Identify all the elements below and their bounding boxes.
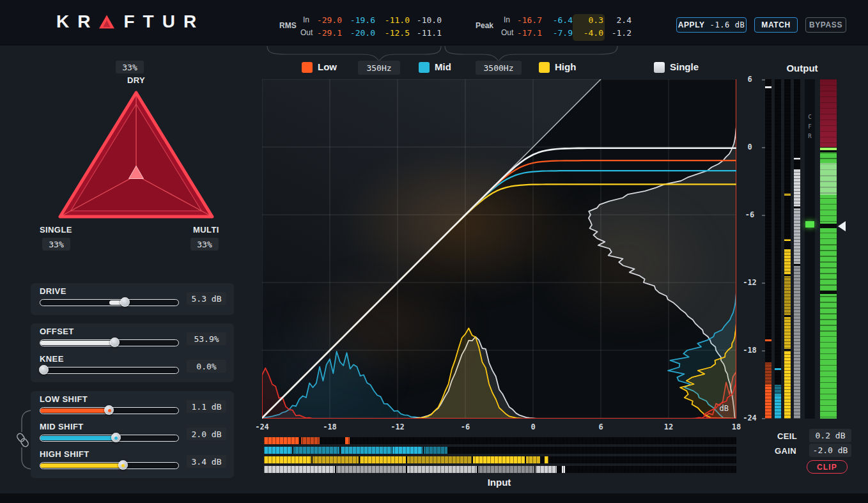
peak-in-single: 2.4	[602, 15, 632, 25]
single-mix-value[interactable]: 33%	[42, 238, 70, 251]
low-shift-value[interactable]: 1.1 dB	[187, 400, 226, 413]
link-shifts-icon[interactable]	[17, 433, 29, 448]
mix-triangle-control[interactable]	[56, 89, 216, 224]
cfr-letter-r: R	[805, 133, 815, 139]
output-meter-high	[784, 79, 791, 419]
low-shift-slider-row: LOW SHIFT 1.1 dB	[31, 393, 234, 421]
y-tick-label: -18	[739, 346, 761, 355]
logo-text-left: KR	[56, 12, 98, 32]
low-mid-crossover-value[interactable]: 350Hz	[358, 61, 400, 75]
rms-in-single: -10.0	[412, 15, 442, 25]
cfr-green-marker	[805, 221, 814, 228]
shift-panel: LOW SHIFT 1.1 dB MID SHIFT 2.0 dB HIGH S…	[31, 391, 234, 478]
offset-value[interactable]: 53.9%	[187, 332, 226, 345]
high-shift-slider-row: HIGH SHIFT 3.4 dB	[31, 448, 234, 476]
rms-out-single: -11.1	[412, 28, 442, 38]
gain-value[interactable]: -2.0 dB	[809, 444, 851, 457]
knee-handle[interactable]	[39, 365, 49, 375]
output-level-gap	[820, 224, 837, 228]
mid-shift-handle[interactable]	[111, 433, 121, 442]
mid-shift-slider-row: MID SHIFT 2.0 dB	[31, 421, 234, 449]
x-axis-tick-labels: -24-18-12-6061218	[262, 422, 737, 433]
peak-in-high: 0.3	[574, 15, 603, 25]
rms-out-high: -12.5	[380, 28, 410, 38]
low-shift-handle[interactable]	[104, 405, 114, 415]
clip-button[interactable]: CLIP	[807, 460, 848, 474]
high-shift-handle[interactable]	[118, 460, 128, 470]
low-band-swatch[interactable]	[302, 62, 313, 73]
peak-in-low: -16.7	[513, 15, 542, 25]
offset-handle[interactable]	[110, 337, 120, 347]
mid-shift-value[interactable]: 2.0 dB	[187, 428, 226, 440]
peak-out-low: -17.1	[513, 28, 542, 38]
high-band-label: High	[555, 61, 576, 72]
x-tick-label: 6	[598, 422, 603, 431]
match-button[interactable]: MATCH	[754, 17, 798, 33]
rms-out-low: -29.1	[313, 28, 342, 38]
offset-knee-panel: OFFSET 53.9% KNEE 0.0%	[31, 323, 234, 382]
multi-mix-label: MULTI	[193, 225, 219, 235]
rms-meter-readout: RMS In Out -29.0 -19.6 -11.0 -10.0 -29.1…	[279, 13, 452, 42]
peak-out-label: Out	[501, 28, 513, 37]
rms-out-mid: -20.0	[346, 28, 375, 38]
x-tick-label: 12	[664, 422, 673, 431]
gain-reduction-zone	[820, 79, 837, 147]
drive-handle[interactable]	[120, 297, 130, 307]
output-meters-label: Output	[769, 63, 835, 74]
peak-out-single: -1.2	[602, 28, 632, 38]
offset-slider[interactable]	[40, 339, 179, 346]
drive-slider-row: DRIVE 5.3 dB	[31, 285, 234, 313]
low-shift-slider[interactable]	[40, 407, 179, 414]
dry-value[interactable]: 33%	[116, 61, 144, 74]
rms-label: RMS	[279, 21, 297, 30]
multi-mix-value[interactable]: 33%	[190, 238, 219, 251]
high-shift-value[interactable]: 3.4 dB	[187, 455, 226, 468]
knee-value[interactable]: 0.0%	[187, 360, 226, 373]
output-meter-low	[765, 79, 771, 419]
mid-band-label: Mid	[435, 61, 451, 72]
transfer-curve-graph: dB	[262, 79, 736, 419]
rms-in-low: -29.0	[313, 15, 342, 25]
crossover-braces	[262, 43, 738, 63]
offset-label: OFFSET	[40, 327, 74, 336]
mid-band-swatch[interactable]	[419, 62, 430, 73]
x-tick-label: -18	[323, 422, 337, 431]
mid-shift-slider[interactable]	[40, 435, 179, 442]
x-tick-label: -24	[255, 422, 269, 431]
main-output-meter	[820, 79, 837, 419]
drive-label: DRIVE	[40, 286, 66, 296]
knee-slider[interactable]	[40, 367, 179, 374]
apply-button[interactable]: APPLY -1.6 dB	[676, 17, 747, 33]
ceiling-pointer-icon[interactable]	[838, 221, 846, 231]
apply-gain-value: -1.6 dB	[710, 20, 745, 29]
apply-button-label: APPLY	[678, 20, 705, 29]
cfr-letter-c: C	[805, 114, 815, 120]
high-band-swatch[interactable]	[539, 62, 550, 73]
logo-text-right: FTUR	[123, 12, 205, 32]
drive-slider[interactable]	[40, 299, 179, 306]
clip-button-label: CLIP	[817, 463, 837, 472]
transfer-curve-svg: dB	[262, 79, 736, 419]
y-tick-label: 6	[739, 75, 761, 84]
dry-label: DRY	[104, 75, 168, 85]
single-mix-label: SINGLE	[40, 225, 72, 235]
knee-slider-row: KNEE 0.0%	[31, 353, 234, 381]
single-band-label: Single	[670, 61, 699, 72]
peak-out-high: -4.0	[574, 28, 603, 38]
high-shift-slider[interactable]	[40, 462, 179, 469]
y-tick-label: -6	[739, 210, 761, 219]
y-tick-label: -12	[739, 278, 761, 287]
single-band-swatch[interactable]	[654, 62, 665, 73]
knee-label: KNEE	[40, 354, 64, 364]
y-axis-tick-labels: 60-6-12-18-24	[739, 79, 761, 419]
input-meter-high	[264, 456, 736, 463]
rms-in-label: In	[303, 15, 309, 24]
drive-value[interactable]: 5.3 dB	[187, 292, 226, 305]
mid-shift-label: MID SHIFT	[40, 422, 84, 431]
mid-high-crossover-value[interactable]: 3500Hz	[476, 61, 522, 75]
bypass-button[interactable]: BYPASS	[805, 17, 846, 33]
peak-out-mid: -7.9	[543, 28, 573, 38]
output-level-gap	[820, 291, 837, 294]
input-meter-single	[264, 466, 736, 473]
ceil-value[interactable]: 0.2 dB	[809, 429, 851, 442]
